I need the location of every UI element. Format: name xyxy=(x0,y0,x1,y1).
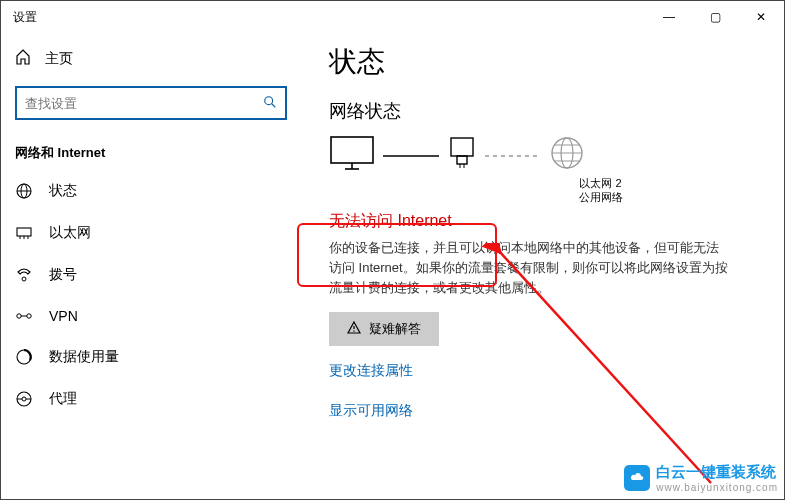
nav-item-ethernet[interactable]: 以太网 xyxy=(1,212,301,254)
nav-label: VPN xyxy=(49,308,78,324)
troubleshoot-button[interactable]: 疑难解答 xyxy=(329,312,439,346)
svg-rect-5 xyxy=(17,228,31,236)
svg-point-0 xyxy=(265,96,273,104)
troubleshoot-label: 疑难解答 xyxy=(369,320,421,338)
internet-icon xyxy=(549,135,585,174)
nav-item-vpn[interactable]: VPN xyxy=(1,296,301,336)
svg-line-1 xyxy=(272,103,276,107)
adapter-icon xyxy=(447,136,477,173)
watermark: 白云一键重装系统 www.baiyunxitong.com xyxy=(624,463,778,493)
nav-label: 状态 xyxy=(49,182,77,200)
network-diagram xyxy=(329,135,764,174)
adapter-type: 公用网络 xyxy=(579,191,623,203)
nav-label: 以太网 xyxy=(49,224,91,242)
svg-point-15 xyxy=(22,397,26,401)
adapter-labels: 以太网 2 公用网络 xyxy=(437,176,764,205)
svg-rect-23 xyxy=(457,156,467,164)
sidebar: 主页 网络和 Internet 状态 以太网 拨号 xyxy=(1,33,301,499)
close-button[interactable]: ✕ xyxy=(738,1,784,33)
svg-rect-18 xyxy=(331,137,373,163)
ethernet-icon xyxy=(15,224,33,242)
watermark-brand: 白云一键重装系统 xyxy=(656,463,776,480)
svg-point-33 xyxy=(353,330,354,331)
change-properties-link[interactable]: 更改连接属性 xyxy=(329,362,764,380)
dialup-icon xyxy=(15,266,33,284)
main-content: 状态 网络状态 以太网 2 公用网络 无法访问 Internet 你的设备已连 xyxy=(301,33,784,499)
warning-icon xyxy=(347,321,361,338)
home-link[interactable]: 主页 xyxy=(1,39,301,78)
sub-title: 网络状态 xyxy=(329,99,764,123)
svg-point-11 xyxy=(27,314,31,318)
vpn-icon xyxy=(15,309,33,323)
page-title: 状态 xyxy=(329,43,764,81)
home-icon xyxy=(15,49,31,68)
home-label: 主页 xyxy=(45,50,73,68)
svg-point-9 xyxy=(22,277,26,281)
svg-rect-22 xyxy=(451,138,473,156)
show-networks-link[interactable]: 显示可用网络 xyxy=(329,402,764,420)
titlebar: 设置 — ▢ ✕ xyxy=(1,1,784,33)
watermark-url: www.baiyunxitong.com xyxy=(656,482,778,493)
nav-item-dialup[interactable]: 拨号 xyxy=(1,254,301,296)
proxy-icon xyxy=(15,390,33,408)
computer-icon xyxy=(329,135,375,174)
nav-label: 数据使用量 xyxy=(49,348,119,366)
nav-item-data-usage[interactable]: 数据使用量 xyxy=(1,336,301,378)
search-icon xyxy=(263,95,277,112)
status-description: 你的设备已连接，并且可以访问本地网络中的其他设备，但可能无法访问 Interne… xyxy=(329,238,729,298)
minimize-button[interactable]: — xyxy=(646,1,692,33)
section-header: 网络和 Internet xyxy=(1,136,301,170)
status-line: 无法访问 Internet xyxy=(329,211,764,232)
globe-icon xyxy=(15,182,33,200)
svg-point-10 xyxy=(17,314,21,318)
connection-line-dashed xyxy=(485,147,541,162)
window-controls: — ▢ ✕ xyxy=(646,1,784,33)
nav-item-status[interactable]: 状态 xyxy=(1,170,301,212)
nav-label: 拨号 xyxy=(49,266,77,284)
adapter-name: 以太网 2 xyxy=(579,177,621,189)
data-usage-icon xyxy=(15,348,33,366)
window-title: 设置 xyxy=(13,9,646,26)
nav-item-proxy[interactable]: 代理 xyxy=(1,378,301,420)
search-box[interactable] xyxy=(15,86,287,120)
search-input[interactable] xyxy=(25,96,263,111)
watermark-logo-icon xyxy=(624,465,650,491)
maximize-button[interactable]: ▢ xyxy=(692,1,738,33)
connection-line-solid xyxy=(383,147,439,162)
nav-label: 代理 xyxy=(49,390,77,408)
